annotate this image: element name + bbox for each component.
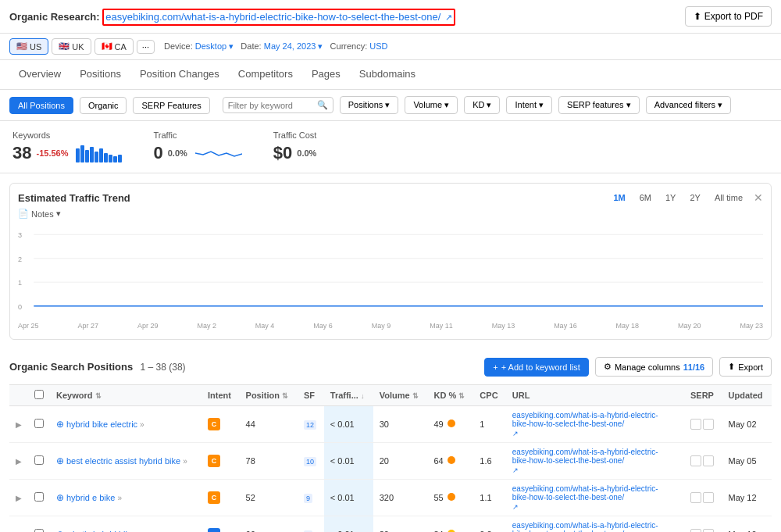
- row-kd: 64: [427, 443, 473, 480]
- volume-dropdown[interactable]: Volume ▾: [405, 96, 458, 114]
- row-checkbox[interactable]: [28, 443, 50, 480]
- export-table-button[interactable]: ⬆ Export: [719, 357, 772, 377]
- url-link[interactable]: easyebiking.com/what-is-a-hybrid-electri…: [512, 411, 669, 428]
- keyword-search-input[interactable]: [228, 101, 314, 110]
- row-position: 52: [240, 480, 298, 516]
- page-header: Organic Research: easyebiking.com/what-i…: [0, 0, 781, 34]
- trend-header: Estimated Traffic Trend 1M 6M 1Y 2Y All …: [18, 191, 763, 204]
- keyword-link[interactable]: ⊕ best electric assist hybrid bike »: [56, 455, 195, 466]
- row-expand[interactable]: ▶: [9, 516, 28, 533]
- serp-icon-1: [690, 529, 701, 532]
- th-keyword[interactable]: Keyword ⇅: [50, 385, 201, 406]
- intent-badge: C: [208, 418, 220, 430]
- keyword-link[interactable]: ⊕ what's hybrid bike »: [56, 529, 195, 532]
- period-all[interactable]: All time: [711, 191, 746, 204]
- region-tab-uk[interactable]: 🇬🇧 UK: [52, 38, 91, 55]
- export-table-label: Export: [738, 362, 763, 372]
- period-6m[interactable]: 6M: [637, 191, 654, 204]
- period-2y[interactable]: 2Y: [686, 191, 703, 204]
- kd-indicator: [448, 420, 455, 427]
- traffic-change: 0.0%: [168, 148, 187, 158]
- row-checkbox[interactable]: [28, 480, 50, 516]
- traffic-cost-label: Traffic Cost: [273, 130, 317, 140]
- filter-organic[interactable]: Organic: [80, 97, 127, 114]
- svg-text:2: 2: [18, 255, 22, 263]
- kd-dropdown[interactable]: KD ▾: [464, 96, 500, 114]
- row-updated: May 02: [722, 406, 772, 443]
- add-keyword-label: + Add to keyword list: [501, 362, 580, 372]
- tab-pages[interactable]: Pages: [302, 60, 350, 89]
- row-expand[interactable]: ▶: [9, 443, 28, 480]
- results-table: Keyword ⇅ Intent Position ⇅ SF Traffi...…: [9, 384, 772, 532]
- url-link[interactable]: easyebiking.com/what-is-a-hybrid-electri…: [512, 521, 669, 532]
- row-expand[interactable]: ▶: [9, 406, 28, 443]
- svg-text:0: 0: [18, 303, 22, 311]
- currency-value: USD: [369, 41, 387, 51]
- export-pdf-button[interactable]: ⬆ Export to PDF: [685, 6, 772, 27]
- table-actions: + + Add to keyword list ⚙ Manage columns…: [484, 357, 772, 377]
- table-title: Organic Search Positions: [9, 361, 133, 373]
- th-intent[interactable]: Intent: [201, 385, 240, 406]
- th-sf[interactable]: SF: [298, 385, 324, 406]
- tab-competitors[interactable]: Competitors: [229, 60, 302, 89]
- filter-all-positions[interactable]: All Positions: [9, 97, 73, 114]
- tab-position-changes[interactable]: Position Changes: [130, 60, 229, 89]
- keyword-link[interactable]: ⊕ hybrid e bike »: [56, 492, 195, 503]
- tab-subdomains[interactable]: Subdomains: [350, 60, 425, 89]
- serp-icon-2: [703, 492, 714, 503]
- period-1m[interactable]: 1M: [610, 191, 628, 204]
- filter-row: All Positions Organic SERP Features 🔍 Po…: [0, 90, 781, 121]
- row-volume: 320: [373, 480, 428, 516]
- keywords-value: 38 -15.56%: [12, 143, 122, 163]
- th-cpc[interactable]: CPC: [473, 385, 505, 406]
- period-1y[interactable]: 1Y: [662, 191, 679, 204]
- serp-icon-2: [703, 529, 714, 532]
- th-position[interactable]: Position ⇅: [240, 385, 298, 406]
- kd-indicator: [448, 493, 455, 501]
- th-url[interactable]: URL: [506, 385, 684, 406]
- table-body: ▶ ⊕ hybrid bike electric » C 44 12 < 0.0…: [9, 406, 772, 533]
- th-updated[interactable]: Updated: [722, 385, 772, 406]
- url-link[interactable]: easyebiking.com/what-is-a-hybrid-electri…: [512, 448, 669, 465]
- positions-dropdown[interactable]: Positions ▾: [340, 96, 399, 114]
- notes-button[interactable]: 📄 Notes ▾: [18, 209, 763, 219]
- row-traffic: < 0.01: [324, 516, 373, 533]
- table-range: 1 – 38 (38): [141, 362, 186, 373]
- us-label: US: [30, 42, 41, 52]
- traffic-mini-chart: [195, 144, 242, 162]
- tab-overview[interactable]: Overview: [9, 60, 70, 89]
- region-tab-us[interactable]: 🇺🇸 US: [9, 38, 48, 55]
- row-serp: [684, 480, 722, 516]
- row-volume: 30: [373, 516, 428, 533]
- add-keyword-list-button[interactable]: + + Add to keyword list: [484, 358, 589, 377]
- row-expand[interactable]: ▶: [9, 480, 28, 516]
- close-trend-button[interactable]: ✕: [754, 191, 763, 204]
- region-tab-ca[interactable]: 🇨🇦 CA: [95, 38, 134, 55]
- th-traffic[interactable]: Traffi... ↓: [324, 385, 373, 406]
- row-checkbox[interactable]: [28, 516, 50, 533]
- th-volume[interactable]: Volume ⇅: [373, 385, 428, 406]
- sf-value: 9: [304, 494, 312, 503]
- keyword-link[interactable]: ⊕ hybrid bike electric »: [56, 419, 195, 430]
- keyword-search-box[interactable]: 🔍: [223, 97, 333, 113]
- table-header: Organic Search Positions 1 – 38 (38) + +…: [9, 349, 772, 384]
- th-kd[interactable]: KD % ⇅: [427, 385, 473, 406]
- row-checkbox[interactable]: [28, 406, 50, 443]
- intent-dropdown[interactable]: Intent ▾: [506, 96, 552, 114]
- th-serp[interactable]: SERP: [684, 385, 722, 406]
- device-value: Desktop ▾: [195, 41, 234, 51]
- advanced-filters-dropdown[interactable]: Advanced filters ▾: [646, 96, 731, 114]
- row-traffic: < 0.01: [324, 443, 373, 480]
- manage-columns-button[interactable]: ⚙ Manage columns 11/16: [595, 357, 713, 377]
- select-all-checkbox[interactable]: [34, 390, 44, 399]
- serp-features-dropdown[interactable]: SERP features ▾: [558, 96, 640, 114]
- keywords-mini-chart: [76, 144, 122, 162]
- filter-serp-features[interactable]: SERP Features: [133, 97, 209, 114]
- row-serp: [684, 406, 722, 443]
- more-regions-button[interactable]: ···: [137, 40, 155, 54]
- tab-positions[interactable]: Positions: [70, 60, 130, 89]
- url-link[interactable]: easyebiking.com/what-is-a-hybrid-electri…: [512, 484, 669, 502]
- sf-value: 12: [304, 420, 316, 430]
- serp-icon-2: [703, 455, 714, 466]
- page-url[interactable]: easyebiking.com/what-is-a-hybrid-electri…: [105, 11, 440, 23]
